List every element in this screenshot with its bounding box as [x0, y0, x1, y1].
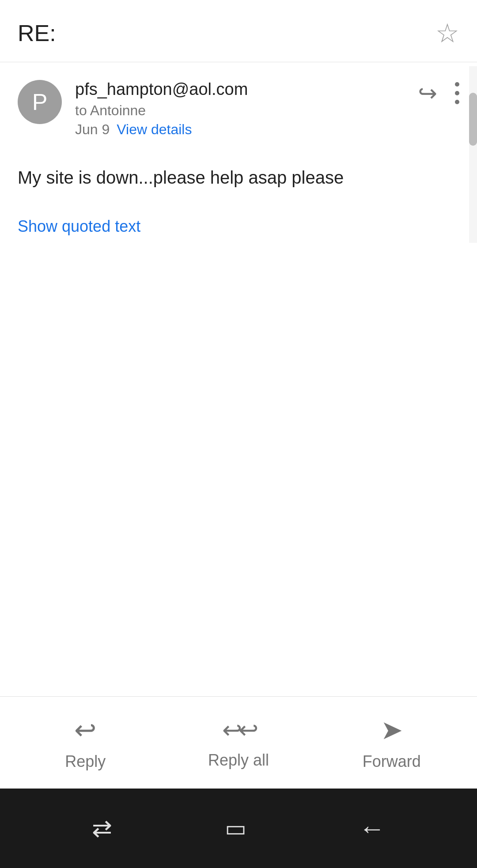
bottom-action-bar: ↩ Reply ↩↩ Reply all ➤ Forward	[0, 696, 477, 789]
forward-icon: ➤	[381, 714, 403, 745]
scrollbar-thumb[interactable]	[469, 93, 477, 146]
email-content: P pfs_hampton@aol.com to Antoinne Jun 9 …	[0, 62, 477, 253]
reply-all-icon: ↩↩	[222, 716, 255, 744]
sender-meta: pfs_hampton@aol.com to Antoinne Jun 9 Vi…	[75, 80, 405, 138]
forward-button[interactable]: ➤ Forward	[315, 714, 468, 771]
email-action-icons: ↩	[418, 80, 459, 106]
forward-label: Forward	[363, 752, 421, 771]
reply-all-label: Reply all	[208, 751, 269, 770]
star-icon[interactable]: ☆	[435, 18, 459, 49]
system-nav-bar: ⇄ ▭ ←	[0, 789, 477, 868]
nav-back-icon[interactable]: ←	[359, 813, 386, 844]
view-details-link[interactable]: View details	[117, 121, 192, 138]
scrollbar-track[interactable]	[469, 66, 477, 243]
show-quoted-text-link[interactable]: Show quoted text	[18, 217, 140, 235]
reply-all-button[interactable]: ↩↩ Reply all	[162, 716, 315, 770]
date-row: Jun 9 View details	[75, 121, 405, 138]
reply-button[interactable]: ↩ Reply	[9, 714, 162, 771]
sender-email: pfs_hampton@aol.com	[75, 80, 405, 99]
avatar-letter: P	[32, 89, 48, 115]
sender-avatar: P	[18, 80, 62, 124]
email-subject: RE:	[18, 20, 56, 46]
more-options-icon[interactable]	[455, 82, 459, 104]
reply-button-header[interactable]: ↩	[418, 80, 437, 106]
email-date: Jun 9	[75, 121, 110, 138]
nav-recent-icon[interactable]: ⇄	[92, 814, 112, 842]
email-body-text: My site is down...please help asap pleas…	[18, 164, 459, 191]
email-body: My site is down...please help asap pleas…	[18, 155, 459, 253]
email-sender-row: P pfs_hampton@aol.com to Antoinne Jun 9 …	[18, 80, 459, 138]
reply-label: Reply	[65, 752, 106, 771]
reply-icon: ↩	[74, 714, 96, 745]
recipient-label: to Antoinne	[75, 102, 405, 119]
email-header-bar: RE: ☆	[0, 0, 477, 62]
nav-home-icon[interactable]: ▭	[225, 815, 246, 842]
